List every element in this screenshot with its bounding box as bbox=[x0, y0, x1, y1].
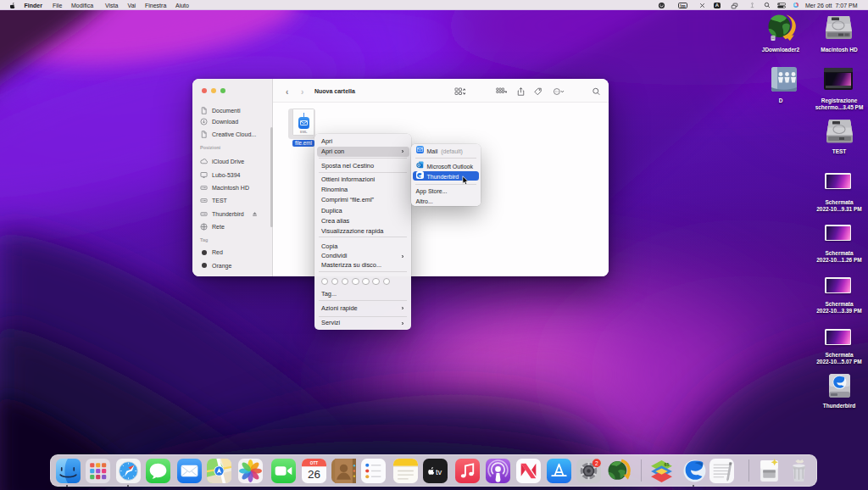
svg-text:26: 26 bbox=[308, 468, 320, 481]
svg-text:2: 2 bbox=[595, 460, 598, 466]
svg-text:tv: tv bbox=[436, 468, 442, 476]
svg-text:OTT: OTT bbox=[309, 461, 317, 465]
svg-text:65: 65 bbox=[664, 462, 669, 467]
